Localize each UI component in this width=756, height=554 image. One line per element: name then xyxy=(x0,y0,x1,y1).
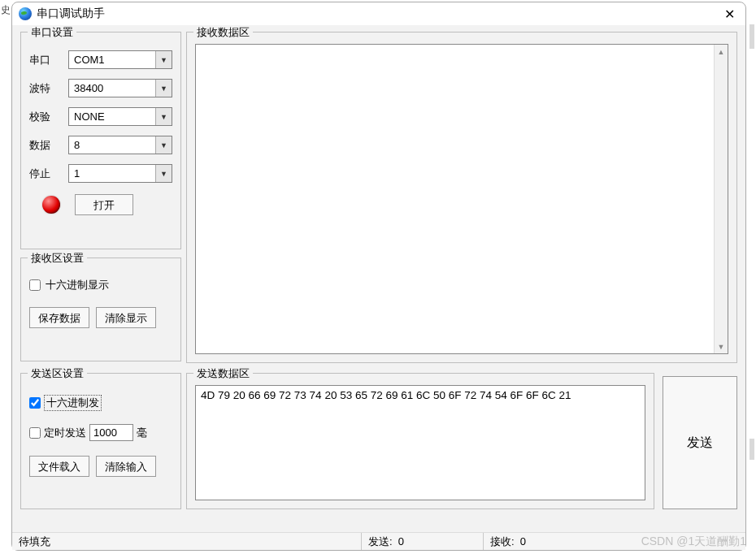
status-led-icon xyxy=(42,196,60,214)
parity-combo-value: NONE xyxy=(74,110,105,123)
port-combo[interactable]: COM1 xyxy=(68,50,172,69)
parity-label: 校验 xyxy=(29,110,68,124)
dropdown-arrow-icon xyxy=(155,165,172,182)
recv-scrollbar[interactable]: ▲ ▼ xyxy=(714,45,728,353)
port-label: 串口 xyxy=(29,53,68,67)
parity-combo[interactable]: NONE xyxy=(68,107,172,126)
main-window: 串口调试助手 ✕ 串口设置 串口 COM1 波特 xyxy=(11,2,746,551)
app-icon xyxy=(19,7,32,20)
send-settings-legend: 发送区设置 xyxy=(28,366,87,381)
recv-data-legend: 接收数据区 xyxy=(193,25,253,40)
clear-display-button[interactable]: 清除显示 xyxy=(96,307,156,328)
send-data-textbox[interactable]: 4D 79 20 66 69 72 73 74 20 53 65 72 69 6… xyxy=(195,385,645,500)
background-fragment: 史 xyxy=(0,0,11,554)
timed-unit-label: 毫 xyxy=(137,426,147,440)
close-button[interactable]: ✕ xyxy=(719,6,739,22)
hex-display-label: 十六进制显示 xyxy=(46,278,109,292)
send-settings-group: 发送区设置 十六进制发 定时发送 毫 文件载入 清除输入 xyxy=(20,373,181,509)
stop-bits-combo[interactable]: 1 xyxy=(68,164,172,183)
dropdown-arrow-icon xyxy=(155,136,172,154)
recv-settings-group: 接收区设置 十六进制显示 保存数据 清除显示 xyxy=(20,258,181,361)
send-data-legend: 发送数据区 xyxy=(193,366,253,381)
status-send: 发送: 0 xyxy=(362,533,484,550)
data-bits-combo-value: 8 xyxy=(74,139,80,151)
stop-bits-label: 停止 xyxy=(29,167,68,181)
scroll-up-icon[interactable]: ▲ xyxy=(715,45,728,58)
statusbar: 待填充 发送: 0 接收: 0 xyxy=(12,532,745,550)
status-recv-count: 0 xyxy=(520,535,526,548)
baud-combo-value: 38400 xyxy=(74,82,103,94)
save-data-button[interactable]: 保存数据 xyxy=(29,307,89,328)
timed-interval-input[interactable] xyxy=(89,424,133,441)
status-recv-label: 接收: xyxy=(490,535,515,549)
file-load-button[interactable]: 文件载入 xyxy=(29,456,89,477)
status-send-label: 发送: xyxy=(368,535,393,549)
dropdown-arrow-icon xyxy=(155,80,172,97)
send-data-content: 4D 79 20 66 69 72 73 74 20 53 65 72 69 6… xyxy=(201,389,571,401)
port-settings-group: 串口设置 串口 COM1 波特 38400 xyxy=(20,32,181,249)
send-button[interactable]: 发送 xyxy=(663,376,737,509)
recv-data-textbox[interactable]: ▲ ▼ xyxy=(195,44,728,354)
port-settings-legend: 串口设置 xyxy=(28,25,76,40)
hex-send-checkbox[interactable] xyxy=(29,397,41,409)
window-title: 串口调试助手 xyxy=(37,6,719,21)
send-button-wrap: 发送 xyxy=(659,373,737,509)
open-port-button[interactable]: 打开 xyxy=(75,194,133,215)
port-combo-value: COM1 xyxy=(74,54,105,66)
content-area: 串口设置 串口 COM1 波特 38400 xyxy=(12,25,745,532)
timed-send-checkbox[interactable] xyxy=(29,427,41,439)
timed-send-label: 定时发送 xyxy=(44,426,86,440)
stop-bits-combo-value: 1 xyxy=(74,167,80,180)
dropdown-arrow-icon xyxy=(155,108,172,125)
watermark: CSDN @1天道酬勤1 xyxy=(641,535,746,549)
baud-combo[interactable]: 38400 xyxy=(68,79,172,97)
data-bits-combo[interactable]: 8 xyxy=(68,136,172,154)
baud-label: 波特 xyxy=(29,81,68,96)
status-left: 待填充 xyxy=(12,533,362,550)
background-fragment-right xyxy=(748,24,756,530)
status-send-count: 0 xyxy=(398,535,404,548)
hex-display-checkbox[interactable] xyxy=(29,279,41,291)
hex-send-label: 十六进制发 xyxy=(44,395,102,411)
clear-input-button[interactable]: 清除输入 xyxy=(96,456,156,477)
recv-settings-legend: 接收区设置 xyxy=(28,251,87,266)
scroll-down-icon[interactable]: ▼ xyxy=(715,340,728,353)
send-data-group: 发送数据区 4D 79 20 66 69 72 73 74 20 53 65 7… xyxy=(186,373,654,509)
titlebar: 串口调试助手 ✕ xyxy=(12,2,745,25)
dropdown-arrow-icon xyxy=(155,51,172,68)
data-bits-label: 数据 xyxy=(29,138,68,153)
recv-data-group: 接收数据区 ▲ ▼ xyxy=(186,32,737,363)
